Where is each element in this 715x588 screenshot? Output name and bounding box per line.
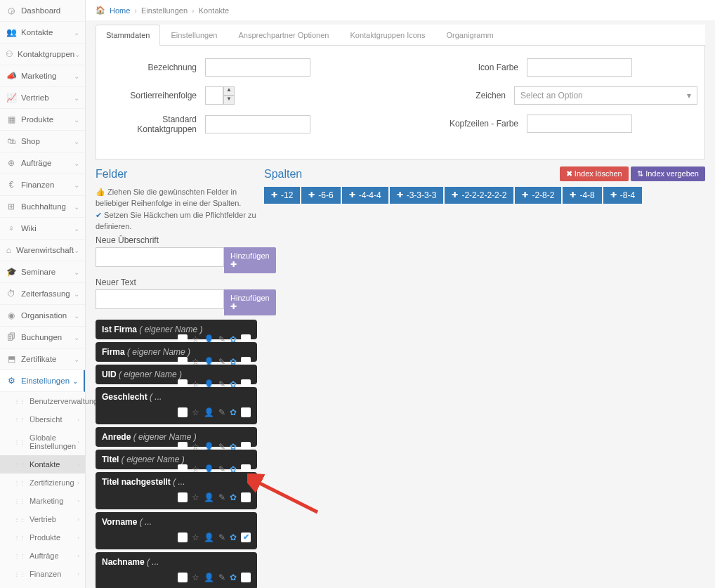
- input-standard[interactable]: [205, 115, 310, 133]
- nav-wiki[interactable]: ♀Wiki⌄: [0, 218, 85, 240]
- subnav-benutzerverwaltung[interactable]: ⋮⋮Benutzerverwaltung›: [0, 392, 85, 410]
- nav-zeiterfassung[interactable]: ⏱Zeiterfassung⌄: [0, 283, 85, 305]
- column-chip[interactable]: ✚-3-3-3-3: [390, 187, 444, 204]
- field-card[interactable]: Nachname ( ...☆👤✎✿: [96, 552, 257, 588]
- nav-seminare[interactable]: 🎓Seminare⌄: [0, 261, 85, 283]
- column-chip[interactable]: ✚-12: [264, 187, 300, 204]
- field-card[interactable]: Geschlecht ( ...☆👤✎✿: [96, 387, 257, 424]
- chevron-down-icon: ⌄: [72, 377, 78, 385]
- nav-shop[interactable]: 🛍Shop⌄: [0, 131, 85, 152]
- subnav-produkte[interactable]: ⋮⋮Produkte›: [0, 528, 85, 547]
- input-bezeichnung[interactable]: [205, 58, 310, 77]
- pencil-icon[interactable]: ✎: [218, 492, 225, 502]
- input-kopf[interactable]: [527, 115, 632, 133]
- nav-icon: 📣: [6, 71, 17, 81]
- nav-kontaktgruppen[interactable]: ⚇Kontaktgruppen⌄: [0, 44, 85, 65]
- star-icon[interactable]: ☆: [192, 573, 199, 582]
- nav-icon: ⏱: [6, 289, 17, 299]
- nav-aufträge[interactable]: ⊕Aufträge⌄: [0, 152, 85, 174]
- star-icon[interactable]: ☆: [192, 533, 199, 542]
- pencil-icon[interactable]: ✎: [218, 533, 225, 542]
- nav-kontakte[interactable]: 👥Kontakte⌄: [0, 22, 85, 44]
- user-icon[interactable]: 👤: [204, 573, 214, 582]
- field-card[interactable]: Firma ( eigener Name )☆👤✎✿: [96, 342, 257, 362]
- nav-einstellungen[interactable]: ⚙Einstellungen⌄: [0, 370, 85, 392]
- nav-icon: ⌂: [6, 245, 12, 255]
- subnav-aufträge[interactable]: ⋮⋮Aufträge›: [0, 547, 85, 565]
- subnav-kontakte[interactable]: ⋮⋮Kontakte›: [0, 455, 85, 473]
- column-chip[interactable]: ✚-4-4-4: [342, 187, 388, 204]
- star-icon[interactable]: ☆: [192, 492, 199, 502]
- chevron-right-icon: ›: [77, 498, 79, 504]
- column-chip[interactable]: ✚-6-6: [301, 187, 340, 204]
- pencil-icon[interactable]: ✎: [218, 573, 225, 582]
- nav-buchungen[interactable]: 🗐Buchungen⌄: [0, 327, 85, 348]
- sidebar: ◶Dashboard👥Kontakte⌄⚇Kontaktgruppen⌄📣Mar…: [0, 0, 86, 588]
- field-card[interactable]: Titel ( eigener Name )☆👤✎✿: [96, 450, 257, 469]
- gear-icon[interactable]: ✿: [230, 573, 237, 582]
- user-icon[interactable]: 👤: [204, 492, 214, 502]
- label-bezeichnung: Bezeichnung: [103, 63, 205, 72]
- subnav-marketing[interactable]: ⋮⋮Marketing›: [0, 492, 85, 510]
- field-card[interactable]: Titel nachgestellt ( ...☆👤✎✿: [96, 472, 257, 509]
- nav-organisation[interactable]: ◉Organisation⌄: [0, 305, 85, 327]
- tab-stammdaten[interactable]: Stammdaten: [96, 25, 160, 46]
- field-checkbox[interactable]: [178, 492, 188, 502]
- crumb-kontakte: Kontakte: [199, 6, 229, 15]
- field-required-checkbox[interactable]: [241, 573, 251, 582]
- pencil-icon[interactable]: ✎: [218, 407, 225, 417]
- column-chip[interactable]: ✚-2-2-2-2-2-2: [445, 187, 513, 204]
- field-checkbox[interactable]: [178, 407, 188, 417]
- subnav-übersicht[interactable]: ⋮⋮Übersicht›: [0, 410, 85, 429]
- subnav-buchhaltung[interactable]: ⋮⋮Buchhaltung›: [0, 583, 85, 588]
- select-zeichen[interactable]: Select an Option ▾: [514, 86, 697, 105]
- subnav-vertrieb[interactable]: ⋮⋮Vertrieb›: [0, 510, 85, 528]
- subnav-zertifizierung[interactable]: ⋮⋮Zertifizierung›: [0, 473, 85, 492]
- column-chip[interactable]: ✚-4-8: [563, 187, 601, 204]
- input-neuer-text[interactable]: [96, 289, 224, 309]
- field-checkbox[interactable]: [178, 533, 188, 542]
- field-card[interactable]: Anrede ( eigener Name )☆👤✎✿: [96, 427, 257, 447]
- chevron-down-icon: ⌄: [74, 290, 79, 298]
- field-card[interactable]: UID ( eigener Name )☆👤✎✿: [96, 365, 257, 384]
- star-icon[interactable]: ☆: [192, 407, 199, 417]
- tab-einstellungen[interactable]: Einstellungen: [160, 25, 228, 46]
- column-chip[interactable]: ✚-2-8-2: [515, 187, 561, 204]
- field-card[interactable]: Vorname ( ...☆👤✎✿✔: [96, 512, 257, 549]
- gear-icon[interactable]: ✿: [230, 407, 237, 417]
- stepper-up[interactable]: ▲: [223, 86, 235, 96]
- btn-index-loschen[interactable]: ✖ Index löschen: [560, 166, 629, 181]
- user-icon[interactable]: 👤: [204, 407, 214, 417]
- field-card[interactable]: Ist Firma ( eigener Name )☆👤✎✿: [96, 320, 257, 339]
- nav-finanzen[interactable]: €Finanzen⌄: [0, 174, 85, 196]
- nav-buchhaltung[interactable]: ⊞Buchhaltung⌄: [0, 196, 85, 218]
- subnav-globale-einstellungen[interactable]: ⋮⋮Globale Einstellungen›: [0, 429, 85, 455]
- stepper-down[interactable]: ▼: [223, 96, 235, 105]
- subnav-finanzen[interactable]: ⋮⋮Finanzen›: [0, 565, 85, 583]
- tab-organigramm[interactable]: Organigramm: [436, 25, 504, 46]
- nav-warenwirtschaft[interactable]: ⌂Warenwirtschaft⌄: [0, 240, 85, 261]
- plus-icon: ✚: [522, 190, 528, 200]
- nav-produkte[interactable]: ▦Produkte⌄: [0, 109, 85, 131]
- input-sortier[interactable]: [205, 86, 223, 105]
- tab-kontaktgruppen-icons[interactable]: Kontaktgruppen Icons: [339, 25, 435, 46]
- nav-zertifikate[interactable]: ⬒Zertifikate⌄: [0, 348, 85, 370]
- input-neue-uberschrift[interactable]: [96, 247, 224, 267]
- plus-icon: ✚: [349, 190, 355, 200]
- input-iconfarbe[interactable]: [527, 58, 632, 77]
- nav-dashboard[interactable]: ◶Dashboard: [0, 0, 85, 22]
- crumb-home[interactable]: Home: [110, 6, 130, 15]
- field-required-checkbox[interactable]: [241, 407, 251, 417]
- column-chip[interactable]: ✚-8-4: [603, 187, 642, 204]
- tab-ansprechpartner-optionen[interactable]: Ansprechpartner Optionen: [228, 25, 339, 46]
- chevron-down-icon: ▾: [687, 91, 691, 100]
- gear-icon[interactable]: ✿: [230, 492, 237, 502]
- gear-icon[interactable]: ✿: [230, 533, 237, 542]
- field-required-checkbox[interactable]: [241, 492, 251, 502]
- nav-marketing[interactable]: 📣Marketing⌄: [0, 65, 85, 87]
- field-required-checkbox[interactable]: ✔: [241, 533, 251, 542]
- btn-index-vergeben[interactable]: ⇅ Index vergeben: [631, 166, 705, 181]
- nav-vertrieb[interactable]: 📈Vertrieb⌄: [0, 87, 85, 109]
- user-icon[interactable]: 👤: [204, 533, 214, 542]
- field-checkbox[interactable]: [178, 573, 188, 582]
